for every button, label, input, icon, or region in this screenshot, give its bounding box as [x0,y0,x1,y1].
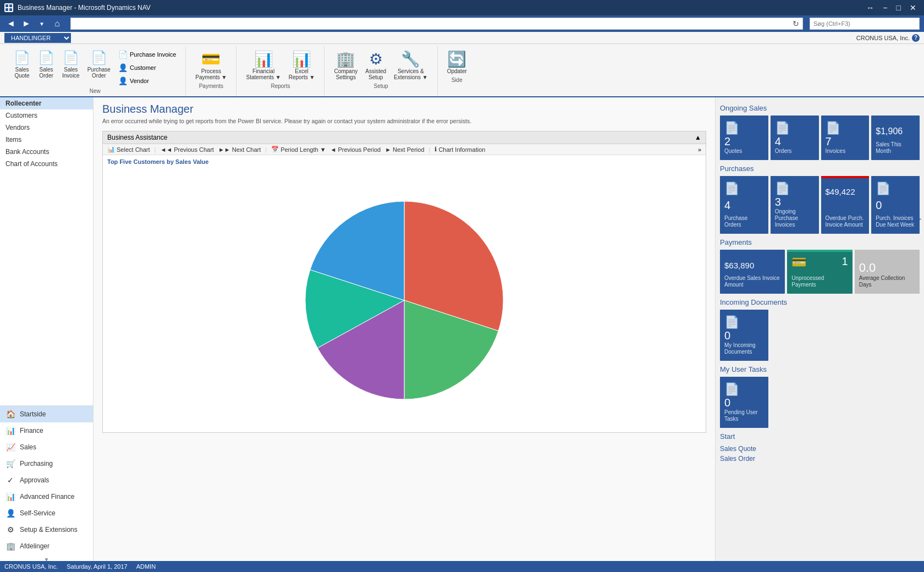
sidebar-nav-startside[interactable]: 🏠 Startside [0,406,93,422]
back-button[interactable]: ◄ [4,18,18,30]
purchase-invoice-button[interactable]: 📄 Purchase Invoice [116,48,179,61]
sidebar-nav-sales[interactable]: 📈 Sales [0,439,93,455]
sidebar: Rollecenter Customers Vendors Items Bank… [0,97,94,565]
toolbar-sep1: | [155,146,156,153]
sidebar-item-vendors[interactable]: Vendors [0,122,93,134]
sales-invoice-button[interactable]: 📄 SalesInvoice [59,48,82,80]
sidebar-item-rollecenter[interactable]: Rollecenter [0,97,93,109]
process-payments-button[interactable]: 💳 ProcessPayments ▼ [193,48,229,82]
main-content: Business Manager An error occurred while… [94,97,715,565]
svg-rect-3 [9,8,12,11]
handlinger-dropdown[interactable]: HANDLINGER [4,33,71,43]
purchase-order-label: PurchaseOrder [87,67,111,79]
tile-pending-user-tasks[interactable]: 📄 0 Pending User Tasks [720,377,768,428]
sidebar-nav-approvals[interactable]: ✓ Approvals [0,472,93,488]
address-input[interactable] [74,20,793,28]
prev-chart-label: Previous Chart [174,146,214,153]
tile-overdue-purch-invoice[interactable]: $49,422 Overdue Purch. Invoice Amount [821,176,870,234]
close-button[interactable]: ✕ [906,2,920,13]
sales-invoice-icon: 📄 [63,50,79,65]
incoming-docs-value: 0 [724,329,730,342]
prev-chart-button[interactable]: ◄◄ Previous Chart [160,146,214,153]
sidebar-nav-setup-extensions[interactable]: ⚙ Setup & Extensions [0,521,93,538]
prev-period-button[interactable]: ◄ Previous Period [331,146,381,153]
address-bar[interactable]: ↻ [70,18,803,30]
next-chart-button[interactable]: ►► Next Chart [218,146,261,153]
chart-info-button[interactable]: ℹ Chart Information [435,146,485,153]
unprocessed-count: 1 [842,255,848,268]
period-length-button[interactable]: 📅 Period Length ▼ [271,146,326,153]
excel-reports-button[interactable]: 📊 ExcelReports ▼ [286,48,318,82]
sidebar-nav-purchasing[interactable]: 🛒 Purchasing [0,455,93,472]
home-button[interactable]: ⌂ [51,18,64,30]
advanced-finance-label: Advanced Finance [20,493,74,501]
sidebar-nav-finance[interactable]: 📊 Finance [0,422,93,439]
tile-invoices[interactable]: 📄 7 Invoices [821,116,870,160]
search-input[interactable] [813,20,916,27]
updater-button[interactable]: 🔄 Opdater [444,48,470,76]
nav-bar: ◄ ► ▼ ⌂ ↻ [0,15,924,32]
tile-quotes[interactable]: 📄 2 Quotes [720,116,768,160]
chart-title[interactable]: Top Five Customers by Sales Value [103,155,706,168]
financial-statements-button[interactable]: 📊 FinancialStatements ▼ [243,48,283,82]
assisted-setup-icon: ⚙ [369,50,383,68]
title-bar-left: Business Manager - Microsoft Dynamics NA… [4,3,151,12]
company-settings-label: CompanySettings [334,68,358,80]
prev-chart-icon: ◄◄ [160,146,172,153]
refresh-icon[interactable]: ↻ [793,19,799,28]
chart-area [103,168,706,432]
tile-ongoing-purchase-invoices[interactable]: 📄 3 Ongoing Purchase Invoices [771,176,819,234]
sidebar-nav-self-service[interactable]: 👤 Self-Service [0,505,93,521]
maximize-button[interactable]: □ [893,2,904,13]
customer-button[interactable]: 👤 Customer [116,62,179,74]
tile-overdue-sales-invoice[interactable]: $63,890 Overdue Sales Invoice Amount [720,250,785,294]
sales-quote-button[interactable]: 📄 SalesQuote [11,48,33,80]
tile-orders[interactable]: 📄 4 Orders [771,116,819,160]
startside-icon: 🏠 [6,409,15,419]
services-extensions-button[interactable]: 🔧 Services &Extensions ▼ [391,48,431,82]
user-tasks-title: My User Tasks [720,365,920,373]
sales-label: Sales [20,443,36,451]
incoming-doc-icon: 📄 [724,315,739,329]
services-extensions-icon: 🔧 [401,50,420,68]
next-period-button[interactable]: ► Next Period [385,146,424,153]
search-bar[interactable] [810,18,920,30]
assisted-setup-button[interactable]: ⚙ AssistedSetup [362,48,389,82]
sidebar-nav-advanced-finance[interactable]: 📊 Advanced Finance [0,488,93,505]
sidebar-nav-afdelinger[interactable]: 🏢 Afdelinger [0,538,93,554]
tile-average-collection-days[interactable]: 0.0 Average Collection Days [855,250,920,294]
sidebar-item-bank-accounts[interactable]: Bank Accounts [0,146,93,158]
tile-purch-invoices-due[interactable]: 📄 0 Purch. Invoices Due Next Week [871,176,920,234]
side-group-label: Side [452,77,463,83]
sales-order-button[interactable]: 📄 SalesOrder [35,48,57,80]
sales-order-link[interactable]: Sales Order [720,454,920,464]
quotes-doc-icon: 📄 [724,121,739,135]
tile-unprocessed-payments[interactable]: 💳 1 Unprocessed Payments [787,250,852,294]
tile-my-incoming-documents[interactable]: 📄 0 My Incoming Documents [720,310,768,361]
purchase-order-button[interactable]: 📄 PurchaseOrder [85,48,113,80]
dropdown-button[interactable]: ▼ [35,18,48,30]
sales-quote-link[interactable]: Sales Quote [720,444,920,454]
restore-button[interactable]: ↔ [863,2,877,13]
prev-period-icon: ◄ [331,146,337,153]
excel-reports-icon: 📊 [292,50,311,68]
vendor-button[interactable]: 👤 Vendor [116,75,179,87]
sidebar-item-items[interactable]: Items [0,134,93,146]
tile-sales-this-month[interactable]: $1,906 Sales This Month [871,116,920,160]
sidebar-top-nav: Rollecenter Customers Vendors Items Bank… [0,97,93,251]
company-settings-button[interactable]: 🏢 CompanySettings [331,48,360,82]
sidebar-item-customers[interactable]: Customers [0,109,93,122]
ribbon-group-setup: 🏢 CompanySettings ⚙ AssistedSetup 🔧 Serv… [324,46,437,96]
tile-purchase-orders[interactable]: 📄 4 Purchase Orders [720,176,768,234]
window-controls[interactable]: ↔ − □ ✕ [863,2,920,13]
minimize-button[interactable]: − [879,2,890,13]
overdue-si-value: $63,890 [724,261,754,270]
purchases-tiles: 📄 4 Purchase Orders 📄 3 Ongoing Purchase… [720,176,920,234]
toolbar-expand[interactable]: » [698,146,701,153]
select-chart-button[interactable]: 📊 Select Chart [107,146,150,153]
invoices-value: 7 [826,135,832,148]
sidebar-item-chart-of-accounts[interactable]: Chart of Accounts [0,158,93,170]
sales-order-icon: 📄 [38,50,54,65]
forward-button[interactable]: ► [20,18,33,30]
assistance-collapse[interactable]: ▲ [695,134,701,141]
